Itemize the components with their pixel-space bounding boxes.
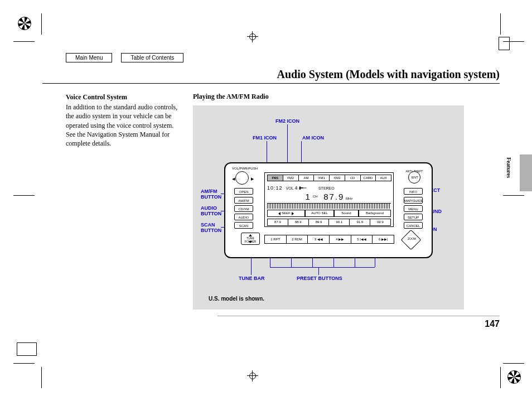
- info-button[interactable]: INFO: [404, 188, 423, 195]
- zoom-label: ZOOM: [408, 237, 416, 240]
- presets-row: 87.988.989.990.191.992.9: [267, 219, 391, 226]
- registration-mark-icon: [18, 17, 31, 30]
- preset-3[interactable]: 89.9: [309, 219, 330, 225]
- channel-number: 1: [306, 192, 311, 201]
- volume-knob-label: VOL/PWR/PUSH: [232, 167, 258, 170]
- tune-folder-button[interactable]: TUNE FOLDER: [241, 233, 260, 245]
- source-tab-card[interactable]: CARD: [360, 175, 376, 181]
- stereo-indicator: STEREO: [318, 186, 335, 190]
- radio-screen: FM1FM2AMXM1XM2CDCARDAUX 10:12 VOL 4 ▮▪▪▪…: [264, 172, 394, 227]
- radio-faceplate: VOL/PWR/PUSH ◀ ▶ ANTI- THEFT OPEN AM/FM …: [224, 162, 433, 258]
- registration-mark-icon: [507, 370, 521, 384]
- background-softkey[interactable]: Background: [359, 210, 391, 217]
- toc-button[interactable]: Table of Contents: [121, 53, 183, 62]
- tune-scale: [267, 203, 391, 209]
- setup-button[interactable]: SETUP: [404, 214, 423, 220]
- audio-button[interactable]: AUDIO: [234, 214, 253, 220]
- volume-knob[interactable]: [235, 171, 249, 185]
- scan-button[interactable]: SCAN: [234, 222, 253, 229]
- preset-button-2[interactable]: 2 RDM: [286, 235, 308, 244]
- preset-6[interactable]: 92.9: [370, 219, 390, 225]
- callout-am-icon: AM ICON: [302, 136, 324, 141]
- cdxm-button[interactable]: CD/XM: [234, 205, 253, 212]
- preset-5[interactable]: 91.9: [350, 219, 370, 225]
- seek-softkey[interactable]: SEEK: [267, 210, 305, 217]
- preset-button-4[interactable]: 4 ▶▶: [329, 235, 351, 244]
- source-tab-xm2[interactable]: XM2: [329, 175, 345, 181]
- callout-tune-bar: TUNE BAR: [239, 276, 265, 282]
- cancel-button[interactable]: CANCEL: [404, 222, 423, 229]
- preset-button-1[interactable]: 1 RPT: [264, 235, 287, 244]
- open-button[interactable]: OPEN: [234, 188, 253, 195]
- autosel-softkey[interactable]: AUTO SEL: [305, 210, 334, 217]
- clock: 10:12: [267, 185, 283, 191]
- menu-button[interactable]: MENU: [404, 205, 423, 212]
- right-heading: Playing the AM/FM Radio: [193, 93, 471, 101]
- source-tab-xm1[interactable]: XM1: [313, 175, 330, 181]
- frequency-value: 87.9: [323, 192, 344, 201]
- page-number-rule: [217, 316, 500, 316]
- callout-scan-button: SCANBUTTON: [201, 223, 221, 234]
- source-tab-am[interactable]: AM: [298, 175, 315, 181]
- callout-audio-button: AUDIOBUTTON: [201, 206, 221, 217]
- section-tab: Features: [506, 157, 512, 178]
- diagram-footnote: U.S. model is shown.: [209, 296, 264, 302]
- callout-fm2-icon: FM2 ICON: [275, 119, 299, 124]
- map-button[interactable]: MAP/GUIDE: [404, 197, 423, 204]
- preset-button-3[interactable]: 3 ◀◀: [307, 235, 330, 244]
- preset-button-6[interactable]: 6 ▶▶|: [372, 235, 394, 244]
- source-tab-cd[interactable]: CD: [345, 175, 361, 181]
- vol-label: VOL: [286, 186, 294, 190]
- preset-1[interactable]: 87.9: [268, 219, 288, 225]
- callout-amfm-button: AM/FMBUTTON: [201, 189, 221, 200]
- source-tab-fm2[interactable]: FM2: [283, 175, 299, 181]
- callout-preset-buttons: PRESET BUTTONS: [297, 276, 342, 282]
- amfm-button[interactable]: AM/FM: [234, 197, 253, 204]
- page-title: Audio System (Models with navigation sys…: [42, 68, 500, 81]
- main-menu-button[interactable]: Main Menu: [66, 53, 112, 62]
- page-number: 147: [485, 319, 500, 329]
- vol-value: 4: [295, 185, 298, 191]
- callout-fm1-icon: FM1 ICON: [253, 136, 277, 141]
- preset-button-5[interactable]: 5 |◀◀: [351, 235, 373, 244]
- diagram-box: FM2 ICON FM1 ICON AM ICON AM/FMBUTTON AU…: [193, 105, 464, 310]
- preset-2[interactable]: 88.9: [288, 219, 309, 225]
- ent-label: ENT: [412, 176, 418, 179]
- sound-softkey[interactable]: Sound: [334, 210, 359, 217]
- source-tab-fm1[interactable]: FM1: [267, 175, 283, 181]
- left-body: In addition to the standard audio contro…: [66, 103, 183, 148]
- left-heading: Voice Control System: [66, 93, 183, 102]
- source-tab-aux[interactable]: AUX: [375, 175, 391, 181]
- ch-label: CH: [313, 195, 318, 198]
- frequency-unit: MHz: [346, 197, 352, 200]
- preset-4[interactable]: 90.1: [329, 219, 350, 225]
- section-tab-bg: [520, 154, 532, 191]
